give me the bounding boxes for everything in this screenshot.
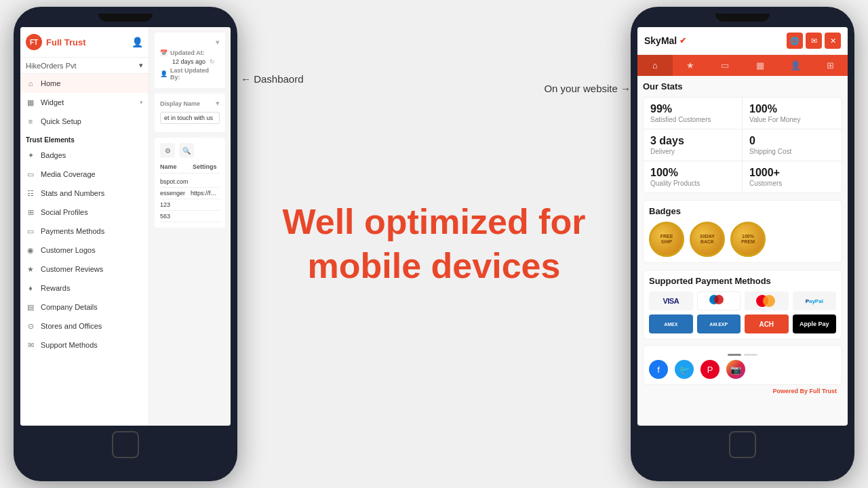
settings-section: ⚙ 🔍 Name Settings bspot.com essenger htt… xyxy=(155,138,225,228)
sidebar-item-stats[interactable]: ☷ Stats and Numbers xyxy=(20,184,149,203)
sidebar-item-widget[interactable]: ▦ Widget ▾ xyxy=(20,93,149,112)
phone-notch-left xyxy=(98,14,153,22)
mail-icon-btn[interactable]: ✉ xyxy=(806,33,822,49)
settings-table: Name Settings bspot.com essenger https:/… xyxy=(160,161,220,222)
payments-icon: ▭ xyxy=(26,226,35,236)
sidebar-item-social[interactable]: ⊞ Social Profiles xyxy=(20,203,149,222)
widget-icon: ▦ xyxy=(26,98,35,107)
social-section: f 🐦 P 📷 xyxy=(643,345,842,385)
facebook-icon[interactable]: f xyxy=(649,360,668,379)
settings-gear-btn[interactable]: ⚙ xyxy=(160,143,175,158)
sidebar-item-payments[interactable]: ▭ Payments Methods xyxy=(20,222,149,241)
badges-title: Badges xyxy=(649,206,836,216)
refresh-icon: ↻ xyxy=(210,58,215,65)
media-icon: ▭ xyxy=(26,169,35,179)
hero-line2: mobile devices xyxy=(283,244,586,288)
payment-grid: VISA PayPal xyxy=(649,291,836,333)
pinterest-icon[interactable]: P xyxy=(701,360,719,379)
powered-by: Powered By Full Trust xyxy=(643,385,842,397)
sidebar-item-home[interactable]: ⌂ Home xyxy=(20,74,149,93)
scroll-dot-2 xyxy=(744,354,757,356)
display-name-input[interactable] xyxy=(160,112,220,124)
rp-content: Our Stats 99% Satisfied Customers 100% V… xyxy=(637,76,848,413)
nav-person[interactable]: 👤 xyxy=(778,55,813,76)
store-name[interactable]: HikeOrders Pvt ▾ xyxy=(20,58,149,74)
sidebar-item-quick-setup[interactable]: ≡ Quick Setup xyxy=(20,112,149,131)
sidebar-brand-label: Full Trust xyxy=(46,37,86,47)
sidebar-item-badges[interactable]: ✦ Badges xyxy=(20,146,149,165)
visa-badge: VISA xyxy=(649,291,693,310)
sidebar-header: FT Full Trust 👤 xyxy=(20,27,149,58)
hero-text: Well optimized for mobile devices xyxy=(283,200,586,288)
stat-item-4: 100% Quality Products xyxy=(644,161,743,192)
rp-brand: SkyMal ✔ xyxy=(644,35,686,46)
home-icon: ⌂ xyxy=(26,79,35,88)
table-row: 563 xyxy=(160,211,220,222)
search-btn[interactable]: 🔍 xyxy=(179,143,194,158)
home-button-right[interactable] xyxy=(729,431,756,458)
rp-header: SkyMal ✔ 🌐 ✉ ✕ xyxy=(637,27,848,55)
scroll-indicator xyxy=(649,354,836,356)
right-phone-screen: SkyMal ✔ 🌐 ✉ ✕ ⌂ ★ ▭ ▦ 👤 ⊞ Our Stats 99% xyxy=(637,27,848,426)
amex-badge: AMEX xyxy=(649,314,693,333)
verified-badge: ✔ xyxy=(679,36,686,45)
globe-icon-btn[interactable]: 🌐 xyxy=(787,33,803,49)
updated-section: ▾ 📅 Updated At: 12 days ago ↻ 👤 Last Upd… xyxy=(155,33,225,88)
sidebar-item-rewards[interactable]: ♦ Rewards xyxy=(20,279,149,298)
table-header-row: Name Settings xyxy=(160,161,220,174)
badge-free-shipping: FREESHIP xyxy=(649,222,684,257)
paypal-badge: PayPal xyxy=(793,291,837,310)
badge-money-back: 30DAYBACK xyxy=(690,222,725,257)
website-arrow: On your website → xyxy=(544,83,631,94)
sidebar-item-company[interactable]: ▤ Company Details xyxy=(20,298,149,317)
sidebar-item-logos[interactable]: ◉ Customer Logos xyxy=(20,241,149,260)
section-header: ▾ xyxy=(160,38,220,47)
right-panel: ▾ 📅 Updated At: 12 days ago ↻ 👤 Last Upd… xyxy=(149,27,231,426)
user-icon: 👤 xyxy=(132,37,143,47)
nav-table[interactable]: ▦ xyxy=(743,55,778,76)
twitter-icon[interactable]: 🐦 xyxy=(675,360,694,379)
home-button-left[interactable] xyxy=(112,431,139,458)
support-icon: ✉ xyxy=(26,340,35,350)
reviews-icon: ★ xyxy=(26,264,35,274)
sidebar-item-media[interactable]: ▭ Media Coverage xyxy=(20,165,149,184)
payment-title: Supported Payment Methods xyxy=(649,276,836,286)
trust-elements-title: Trust Elements xyxy=(20,131,149,146)
stores-icon: ⊙ xyxy=(26,321,35,331)
sidebar-item-support[interactable]: ✉ Support Methods xyxy=(20,336,149,354)
hero-line1: Well optimized for xyxy=(283,200,586,244)
left-phone: FT Full Trust 👤 HikeOrders Pvt ▾ ⌂ Home … xyxy=(14,7,237,481)
rp-nav: ⌂ ★ ▭ ▦ 👤 ⊞ xyxy=(637,55,848,76)
table-row: essenger https://facebook xyxy=(160,188,220,199)
nav-grid[interactable]: ⊞ xyxy=(812,55,848,76)
apple-pay-badge: Apple Pay xyxy=(793,314,837,333)
rp-header-icons: 🌐 ✉ ✕ xyxy=(787,33,841,49)
close-btn[interactable]: ✕ xyxy=(825,33,841,49)
table-row: 123 xyxy=(160,199,220,211)
sidebar-item-stores[interactable]: ⊙ Stores and Offices xyxy=(20,317,149,336)
last-updated-row: 👤 Last Updated By: xyxy=(160,67,220,81)
stats-grid: 99% Satisfied Customers 100% Value For M… xyxy=(643,97,842,193)
badges-section: Badges FREESHIP 30DAYBACK 100%PREM xyxy=(643,200,842,263)
payment-section: Supported Payment Methods VISA xyxy=(643,270,842,340)
american-express-badge: AM.EXP xyxy=(697,314,741,333)
dropdown-chevron: ▾ xyxy=(216,38,220,47)
display-name-section: Display Name ▾ xyxy=(155,94,225,132)
ach-badge: ACH xyxy=(745,314,789,333)
right-phone: SkyMal ✔ 🌐 ✉ ✕ ⌂ ★ ▭ ▦ 👤 ⊞ Our Stats 99% xyxy=(631,7,854,481)
maestro-badge xyxy=(697,291,741,310)
nav-tv[interactable]: ▭ xyxy=(707,55,743,76)
fulltrust-logo: FT xyxy=(26,34,42,50)
stat-item-1: 100% Value For Money xyxy=(743,98,842,129)
table-row: bspot.com xyxy=(160,176,220,188)
nav-star[interactable]: ★ xyxy=(673,55,708,76)
phone-notch-right xyxy=(715,14,770,22)
stat-item-3: 0 Shipping Cost xyxy=(743,129,842,161)
logos-icon: ◉ xyxy=(26,245,35,255)
sidebar-item-reviews[interactable]: ★ Customer Reviews xyxy=(20,260,149,279)
sidebar: FT Full Trust 👤 HikeOrders Pvt ▾ ⌂ Home … xyxy=(20,27,149,426)
panel-toolbar: ⚙ 🔍 xyxy=(160,143,220,158)
nav-home[interactable]: ⌂ xyxy=(637,55,673,76)
left-phone-screen: FT Full Trust 👤 HikeOrders Pvt ▾ ⌂ Home … xyxy=(20,27,231,426)
instagram-icon[interactable]: 📷 xyxy=(726,360,745,379)
